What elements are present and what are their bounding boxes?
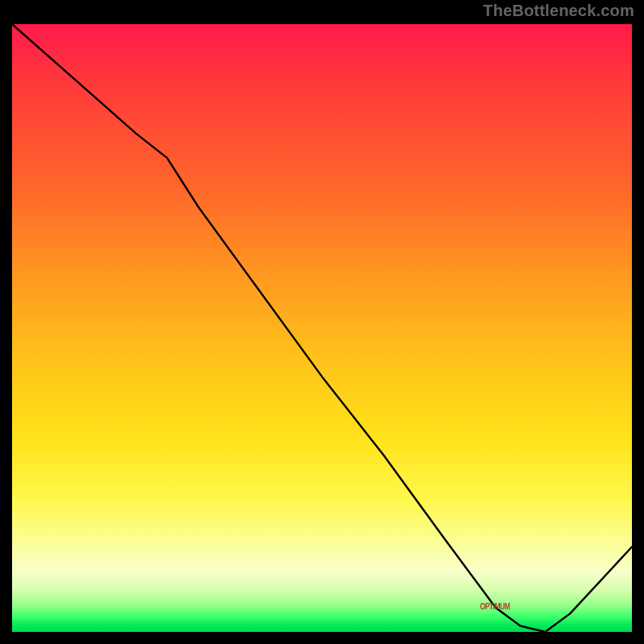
attribution-text: TheBottleneck.com [483, 2, 634, 20]
chart-container: TheBottleneck.com OPTIMUM [0, 0, 644, 644]
optimum-marker-label: OPTIMUM [480, 602, 510, 611]
plot-area: OPTIMUM [12, 24, 632, 632]
bottleneck-curve [12, 24, 632, 632]
